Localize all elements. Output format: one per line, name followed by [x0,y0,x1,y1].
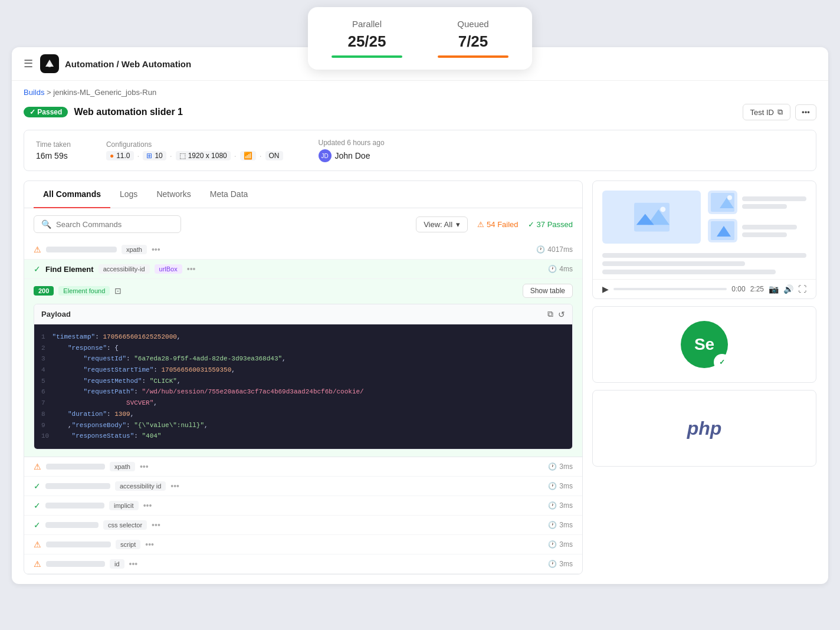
parallel-label: Parallel [332,19,402,29]
more-6[interactable]: ••• [152,520,160,530]
commands-toolbar: 🔍 View: All ▾ ⚠ 54 Failed ✓ 37 Passed [24,208,582,240]
cmd-more-icon[interactable]: ••• [152,245,160,254]
svg-point-0 [48,64,51,67]
payload-header: Payload ⧉ ↺ [34,304,572,324]
media-line-bottom-3 [602,270,776,274]
tag-implicit: implicit [109,501,139,510]
network-badge: 📶 [240,151,256,160]
warn-icon-8: ⚠ [34,559,41,569]
cmd-tag-accessibility: accessibility-id [99,264,150,274]
test-id-button[interactable]: Test ID ⧉ [743,104,790,120]
progress-bar[interactable] [613,288,727,290]
tab-all-commands[interactable]: All Commands [34,181,110,208]
breadcrumb: Builds > jenkins-ML_Generic_jobs-Run [12,81,828,101]
volume-icon[interactable]: 🔊 [783,284,793,294]
time-6: 🕐 3ms [548,521,573,529]
warning-icon: ⚠ [477,220,484,229]
search-input[interactable] [56,220,173,229]
payload-line-3: 3 "requestId": "6a7eda28-9f5f-4add-82de-… [41,353,565,365]
media-thumb-small-2 [708,219,737,242]
clock-7: 🕐 [548,540,557,549]
command-row-script[interactable]: ⚠ script ••• 🕐 3ms [24,535,582,554]
windows-icon: ⊞ [146,152,152,160]
payload-line-6: 6 "requestPath": "/wd/hub/session/755e20… [41,386,565,398]
tag-xpath-2: xpath [110,462,135,471]
more-5[interactable]: ••• [143,501,152,510]
se-text: Se [694,335,714,354]
command-row-accessibility[interactable]: ✓ accessibility id ••• 🕐 3ms [24,477,582,496]
ok-icon-6: ✓ [34,520,41,530]
time-3: 🕐 3ms [548,462,573,471]
time-4: 🕐 3ms [548,482,573,490]
tag-css-selector: css selector [103,520,147,530]
svg-rect-1 [634,203,670,232]
payload-line-9: 9 ,"responseBody": "{\"value\":null}", [41,420,565,431]
tab-networks[interactable]: Networks [147,181,200,208]
menu-icon[interactable]: ☰ [24,57,33,70]
payload-body: 1"timestamp": 1705665601625252000, 2 "re… [34,324,572,449]
fullscreen-icon[interactable]: ⛶ [798,284,806,294]
configurations-value: ● 11.0 · ⊞ 10 · ⬚ 1920 x 1080 · 📶 · [106,151,283,160]
expand-icon[interactable]: ⊡ [114,286,122,296]
media-thumb-small-1 [708,191,737,214]
tab-logs[interactable]: Logs [110,181,147,208]
cmd-time: 🕐 4017ms [536,245,573,254]
selenium-panel: Se ✓ [592,306,816,383]
payload-line-2: 2 "response": { [41,343,565,354]
time-label: Time taken [36,140,71,149]
updated-label: Updated 6 hours ago [319,139,385,147]
right-panel: ▶ 0:00 2:25 📷 🔊 ⛶ Se ✓ [592,181,816,575]
chrome-badge: ● 11.0 [106,151,134,160]
command-row-find-element[interactable]: ✓ Find Element accessibility-id urlBox •… [24,260,582,279]
breadcrumb-root[interactable]: Builds [24,88,44,97]
media-line-3 [742,225,797,229]
element-found-tag: Element found [58,286,110,296]
view-all-button[interactable]: View: All ▾ [416,216,468,232]
tab-meta-data[interactable]: Meta Data [201,181,258,208]
command-row-xpath-2[interactable]: ⚠ xpath ••• 🕐 3ms [24,457,582,477]
time-7: 🕐 3ms [548,540,573,549]
passed-badge: ✓ Passed [24,107,68,117]
copy-payload-button[interactable]: ⧉ [547,309,553,319]
app-title: Automation / Web Automation [65,59,191,69]
check-icon: ✓ [528,220,534,229]
payload-actions: ⧉ ↺ [547,309,565,319]
test-id-label: Test ID [750,108,774,117]
placeholder-6 [45,522,99,528]
total-time: 2:25 [750,285,764,293]
command-row-css[interactable]: ✓ css selector ••• 🕐 3ms [24,516,582,535]
show-table-button[interactable]: Show table [523,284,573,298]
cmd-more-icon-2[interactable]: ••• [187,264,196,274]
command-row-id[interactable]: ⚠ id ••• 🕐 3ms [24,554,582,574]
clock-icon-2: 🕐 [548,265,557,273]
current-time: 0:00 [731,285,745,293]
parallel-value: 25/25 [332,32,402,51]
content-area: All Commands Logs Networks Meta Data 🔍 V… [12,171,828,584]
clock-6: 🕐 [548,521,557,529]
video-controls: ▶ 0:00 2:25 📷 🔊 ⛶ [593,279,816,298]
php-badge: php [687,418,722,439]
tabs: All Commands Logs Networks Meta Data [24,181,582,208]
more-4[interactable]: ••• [170,481,179,491]
search-box[interactable]: 🔍 [34,215,181,233]
refresh-payload-button[interactable]: ↺ [558,309,565,319]
cmd-placeholder [46,247,117,252]
payload-line-1: 1"timestamp": 1705665601625252000, [41,332,565,343]
cmd-tag-urlbox: urlBox [155,264,182,274]
se-check-icon: ✓ [714,354,730,370]
left-panel: All Commands Logs Networks Meta Data 🔍 V… [24,181,583,575]
queued-bar [438,55,508,58]
more-8[interactable]: ••• [129,559,138,569]
play-button[interactable]: ▶ [602,284,609,294]
clock-8: 🕐 [548,560,557,568]
passed-stat: ✓ 37 Passed [528,220,573,229]
test-title-row: ✓ Passed Web automation slider 1 Test ID… [12,101,828,130]
cmd-time-2: 🕐 4ms [548,265,573,273]
tag-script: script [116,540,140,549]
command-row[interactable]: ⚠ xpath ••• 🕐 4017ms [24,240,582,260]
command-row-implicit[interactable]: ✓ implicit ••• 🕐 3ms [24,496,582,516]
more-options-button[interactable]: ••• [795,104,816,120]
camera-icon[interactable]: 📷 [769,284,779,294]
more-3[interactable]: ••• [140,462,149,471]
more-7[interactable]: ••• [145,540,154,549]
